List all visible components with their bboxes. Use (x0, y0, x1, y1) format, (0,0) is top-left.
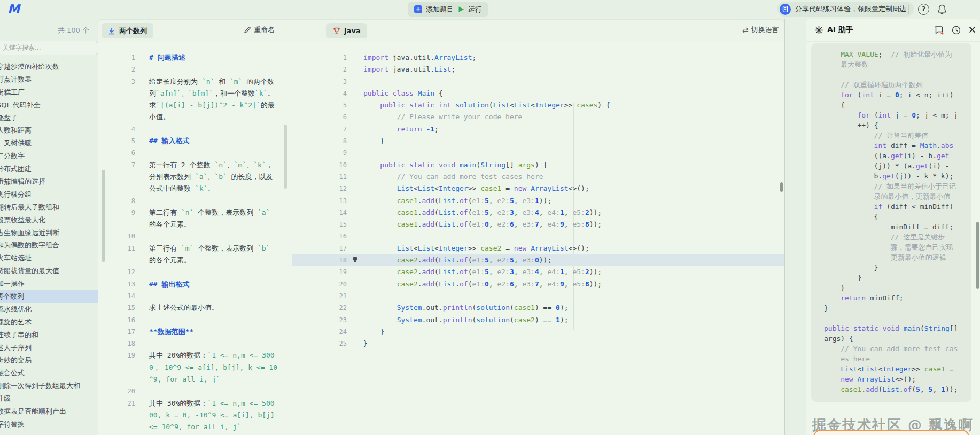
sidebar-scrollbar[interactable] (102, 170, 105, 262)
sidebar-item[interactable]: 火车站选址 (0, 252, 98, 265)
code-text: import java.util.List; (363, 64, 455, 75)
line-number: 13 (98, 278, 135, 290)
sidebar-item[interactable]: 数据表是否能顺利产出 (0, 405, 98, 418)
code-line[interactable]: 18 case2.add(List.of(e1:5, e2:5, e3:0)); (292, 254, 785, 266)
history-icon[interactable] (951, 25, 961, 37)
description-line: 4 (98, 123, 292, 135)
code-line[interactable]: 21 (292, 290, 785, 302)
description-line: 16 (98, 314, 292, 326)
sidebar-item[interactable]: 飞行棋分组 (0, 188, 98, 201)
code-line[interactable]: 8 } (292, 135, 785, 147)
sidebar-item[interactable]: 流水线优化 (0, 303, 98, 316)
sidebar-item[interactable]: 货船载货量的最大值 (0, 265, 98, 277)
code-line[interactable]: 1import java.util.ArrayList; (292, 52, 785, 64)
code-text: } (363, 135, 384, 147)
tab-language[interactable]: Java (326, 23, 367, 38)
sidebar-item[interactable]: 升级 (0, 392, 98, 405)
sidebar-item[interactable]: 蛋糕工厂 (0, 86, 98, 99)
line-number: 2 (292, 64, 347, 75)
code-line[interactable]: 16 (292, 230, 785, 242)
sidebar-item[interactable]: 两个数列 (0, 290, 98, 303)
code-line[interactable]: 17 List<List<Integer>> case2 = new Array… (292, 243, 785, 254)
code-line[interactable]: 20 case2.add(List.of(e1:0, e2:6, e3:7, e… (292, 278, 785, 290)
line-number: 9 (292, 147, 347, 159)
close-icon[interactable] (968, 25, 977, 36)
notification-bell-icon[interactable] (937, 4, 947, 17)
tab-language-label: Java (344, 27, 361, 35)
sidebar-item[interactable]: 二叉树供暖 (0, 137, 98, 150)
sidebar-item[interactable]: 股票收益最大化 (0, 214, 98, 227)
line-number: 20 (98, 385, 135, 397)
description-text (149, 314, 278, 326)
sidebar-item[interactable]: SQL 代码补全 (0, 99, 98, 112)
search-input[interactable]: 关键字搜索... (0, 41, 98, 55)
switch-language-button[interactable]: ⇄ 切换语言 (742, 25, 779, 35)
tab-problem[interactable]: 两个数列 (102, 23, 153, 38)
code-text: List<List<Integer>> case1 = new ArrayLis… (363, 183, 589, 195)
sidebar-item[interactable]: 加一操作 (0, 277, 98, 290)
code-line[interactable]: 24 } (292, 326, 785, 338)
ai-code-line: } (824, 303, 959, 313)
marscode-logo[interactable]: M (7, 2, 19, 16)
description-line: 1# 问题描述 (98, 52, 292, 64)
code-editor[interactable]: 1import java.util.ArrayList;2import java… (292, 42, 785, 435)
sidebar-item[interactable]: 番茄编辑的选择 (0, 175, 98, 188)
sidebar-item[interactable]: 分布式团建 (0, 162, 98, 175)
code-line[interactable]: 7 return -1; (292, 123, 785, 135)
ai-panel-title: AI 助手 (827, 25, 853, 35)
sidebar-item[interactable]: 二分数字 (0, 150, 98, 162)
ai-chat-input[interactable] (813, 430, 969, 435)
promo-banner[interactable]: 分享代码练习体验，领限量定制周边 (777, 2, 914, 17)
description-line: 20 (98, 385, 292, 397)
line-number: 20 (292, 278, 347, 290)
description-line: 2 (98, 64, 292, 75)
code-line[interactable]: 11 // You can add more test cases here (292, 171, 785, 183)
code-line[interactable]: 19 case2.add(List.of(e1:5, e2:3, e3:4, e… (292, 266, 785, 278)
sidebar-item[interactable]: 迷人子序列 (0, 341, 98, 354)
code-text: System.out.println(solution(case1) == 0)… (363, 302, 569, 314)
editor-scrollbar[interactable] (780, 182, 783, 192)
code-line[interactable]: 4public class Main { (292, 88, 785, 99)
description-scrollbar[interactable] (284, 125, 287, 189)
code-line[interactable]: 15 case1.add(List.of(e1:0, e2:6, e3:7, e… (292, 219, 785, 230)
sidebar-item[interactable]: 古生物血缘远近判断 (0, 227, 98, 239)
code-line[interactable]: 13 case1.add(List.of(e1:5, e2:5, e3:1)); (292, 195, 785, 207)
swap-arrows-icon: ⇄ (742, 26, 749, 34)
new-chat-icon[interactable] (934, 25, 944, 37)
code-line[interactable]: 5 public static int solution(List<List<I… (292, 99, 785, 111)
code-line[interactable]: 25} (292, 338, 785, 349)
run-button[interactable]: 运行 (452, 2, 488, 17)
code-line[interactable]: 14 case1.add(List.of(e1:5, e2:3, e3:4, e… (292, 207, 785, 219)
code-text: // Please write your code here (363, 111, 522, 123)
ai-scrollbar[interactable] (976, 222, 979, 289)
code-line[interactable]: 3 (292, 76, 785, 88)
line-number: 19 (98, 349, 135, 385)
description-line: 9第二行有 `n` 个整数，表示数列 `a` 的各个元素。 (98, 207, 292, 231)
code-line[interactable]: 10 public static void main(String[] args… (292, 159, 785, 171)
sidebar-item[interactable]: 大数和距离 (0, 124, 98, 137)
sidebar-item[interactable]: 删除一次得到子数组最大和 (0, 379, 98, 392)
sidebar-item[interactable]: 和为偶数的数字组合 (0, 239, 98, 252)
description-text (149, 147, 278, 159)
code-line[interactable]: 22 System.out.println(solution(case1) ==… (292, 302, 785, 314)
sidebar-item[interactable]: 叠盘子 (0, 112, 98, 125)
code-line[interactable]: 23 System.out.println(solution(case2) ==… (292, 314, 785, 326)
sidebar-item[interactable]: 融合公式 (0, 367, 98, 379)
code-line[interactable]: 6 // Please write your code here (292, 111, 785, 123)
description-text (149, 290, 278, 302)
code-line[interactable]: 9 (292, 147, 785, 159)
sidebar-item[interactable]: 螺旋的艺术 (0, 316, 98, 329)
sidebar-item[interactable]: 打点计数器 (0, 73, 98, 86)
sidebar-item[interactable]: 字符替换 (0, 418, 98, 431)
ai-code-line: } (824, 283, 959, 293)
sidebar-item[interactable]: 穿越沙漠的补给次数 (0, 60, 98, 73)
code-line[interactable]: 2import java.util.List; (292, 64, 785, 75)
problem-description-editor[interactable]: 1# 问题描述23给定长度分别为 `n` 和 `m` 的两个数列`a[n]`、`… (98, 42, 292, 435)
sidebar-item[interactable]: 翻转后最大子数组和 (0, 201, 98, 214)
code-line[interactable]: 12 List<List<Integer>> case1 = new Array… (292, 183, 785, 195)
sidebar-item[interactable]: 奇妙的交易 (0, 354, 98, 367)
panel-divider[interactable] (784, 19, 785, 435)
help-icon[interactable]: ? (918, 4, 929, 15)
rename-button[interactable]: 重命名 (244, 25, 275, 35)
sidebar-item[interactable]: 连续子串的和 (0, 329, 98, 341)
